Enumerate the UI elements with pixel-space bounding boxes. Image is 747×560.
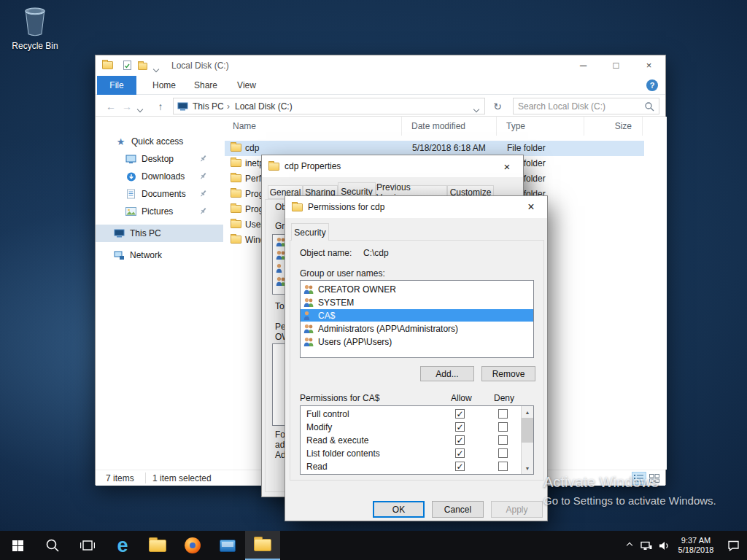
scroll-thumb[interactable] xyxy=(522,418,533,443)
taskbar: e 9:37 AM 5/18/2018 xyxy=(0,531,747,560)
sidebar-item-this-pc[interactable]: This PC xyxy=(96,225,223,242)
user-name: CREATOR OWNER xyxy=(318,284,396,295)
file-date: 5/18/2018 6:18 AM xyxy=(412,143,486,153)
tray-volume-icon[interactable] xyxy=(655,531,673,560)
user-row[interactable]: CREATOR OWNER xyxy=(301,283,533,295)
close-button[interactable]: × xyxy=(632,55,665,76)
qat-properties-icon[interactable] xyxy=(123,61,131,72)
search-icon xyxy=(45,538,60,553)
recycle-bin-label: Recycle Bin xyxy=(7,41,63,51)
allow-checkbox[interactable]: ✓ xyxy=(455,462,465,471)
file-name: cdp xyxy=(245,143,259,153)
start-button[interactable] xyxy=(0,531,35,560)
deny-checkbox[interactable] xyxy=(498,435,508,445)
scrollbar[interactable]: ▲ ▼ xyxy=(521,406,533,474)
task-view-button[interactable] xyxy=(70,531,105,560)
maximize-button[interactable]: □ xyxy=(600,55,632,76)
taskbar-firefox-button[interactable] xyxy=(175,531,210,560)
allow-checkbox[interactable]: ✓ xyxy=(455,435,465,445)
user-row[interactable]: CA$ xyxy=(301,309,533,322)
ribbon-tab-home[interactable]: Home xyxy=(144,76,185,95)
column-header-size[interactable]: Size xyxy=(584,117,643,136)
scroll-down-button[interactable]: ▼ xyxy=(522,462,533,474)
ribbon-tab-file[interactable]: File xyxy=(97,76,136,95)
remove-button[interactable]: Remove xyxy=(481,366,535,381)
column-header-name[interactable]: Name xyxy=(223,117,402,136)
add-button[interactable]: Add... xyxy=(420,366,474,381)
forward-button[interactable]: → xyxy=(119,98,135,114)
permissions-list[interactable]: Full control ✓ Modify ✓ Read & execute ✓… xyxy=(300,405,534,475)
column-header-type[interactable]: Type xyxy=(497,117,584,136)
breadcrumb-this-pc[interactable]: This PC xyxy=(193,101,224,112)
allow-checkbox[interactable]: ✓ xyxy=(455,409,465,419)
scroll-up-button[interactable]: ▲ xyxy=(522,406,533,418)
breadcrumb-current[interactable]: Local Disk (C:) xyxy=(235,101,293,112)
action-center-button[interactable] xyxy=(719,531,747,560)
group-icon xyxy=(303,298,314,307)
sidebar-item-downloads[interactable]: Downloads xyxy=(96,168,223,185)
clock-date: 5/18/2018 xyxy=(678,545,714,555)
ok-button[interactable]: OK xyxy=(373,501,425,518)
qat-dropdown-icon[interactable] xyxy=(154,63,158,74)
taskbar-file-explorer-button[interactable] xyxy=(140,531,175,560)
allow-checkbox[interactable]: ✓ xyxy=(455,448,465,458)
close-icon[interactable]: × xyxy=(516,197,546,217)
deny-checkbox[interactable] xyxy=(498,462,508,471)
folder-icon xyxy=(231,236,241,244)
sidebar-item-documents[interactable]: Documents xyxy=(96,185,223,203)
dialog-title: Permissions for cdp xyxy=(308,202,384,212)
help-icon[interactable]: ? xyxy=(646,79,658,91)
cancel-button[interactable]: Cancel xyxy=(432,501,484,518)
recycle-bin[interactable]: Recycle Bin xyxy=(7,6,63,51)
taskbar-open-window-button[interactable] xyxy=(245,531,280,560)
permission-row: Write ✓ xyxy=(301,473,533,475)
taskbar-search-button[interactable] xyxy=(35,531,70,560)
file-row[interactable]: cdp 5/18/2018 6:18 AM File folder xyxy=(225,141,644,156)
permission-row: Read & execute ✓ xyxy=(301,434,533,447)
minimize-button[interactable]: ─ xyxy=(567,55,600,76)
watermark-line1: Activate Windows xyxy=(543,474,716,491)
tab-security[interactable]: Security xyxy=(291,223,329,241)
user-row[interactable]: Administrators (APP\Administrators) xyxy=(301,322,533,335)
tray-show-hidden-icons-button[interactable] xyxy=(622,531,638,560)
close-icon[interactable]: × xyxy=(492,156,522,176)
search-input[interactable] xyxy=(518,100,640,112)
deny-header: Deny xyxy=(494,393,514,403)
task-view-icon xyxy=(80,540,95,551)
address-dropdown-icon[interactable] xyxy=(474,104,479,114)
user-row[interactable]: SYSTEM xyxy=(301,296,533,308)
taskbar-edge-button[interactable]: e xyxy=(105,531,140,560)
taskbar-app-button[interactable] xyxy=(210,531,245,560)
ribbon-tab-view[interactable]: View xyxy=(228,76,265,95)
address-bar[interactable]: This PC › Local Disk (C:) xyxy=(173,98,485,114)
back-button[interactable]: ← xyxy=(103,98,119,114)
allow-checkbox[interactable]: ✓ xyxy=(455,422,465,432)
pin-icon xyxy=(199,172,207,182)
ribbon-tab-share[interactable]: Share xyxy=(186,76,225,95)
apply-button[interactable]: Apply xyxy=(491,501,543,518)
tray-network-icon[interactable] xyxy=(638,531,655,560)
sidebar-item-desktop[interactable]: Desktop xyxy=(96,150,223,168)
sidebar-item-label: Desktop xyxy=(142,154,174,164)
column-header-date-modified[interactable]: Date modified xyxy=(402,117,497,136)
sidebar-item-network[interactable]: Network xyxy=(96,246,223,264)
deny-checkbox[interactable] xyxy=(498,448,508,458)
qat-new-folder-icon[interactable] xyxy=(138,62,147,72)
activate-watermark: Activate Windows Go to Settings to activ… xyxy=(543,474,716,507)
group-icon xyxy=(303,337,314,346)
deny-checkbox[interactable] xyxy=(498,409,508,419)
sidebar-item-pictures[interactable]: Pictures xyxy=(96,203,223,220)
deny-checkbox[interactable] xyxy=(498,422,508,432)
taskbar-clock[interactable]: 9:37 AM 5/18/2018 xyxy=(673,531,719,560)
sidebar-item-quick-access[interactable]: ★ Quick access xyxy=(96,133,223,150)
search-icon[interactable] xyxy=(644,101,654,114)
refresh-icon[interactable]: ↻ xyxy=(489,98,506,114)
user-row[interactable]: Users (APP\Users) xyxy=(301,335,533,348)
object-name-label: Object name: xyxy=(300,248,352,258)
group-names-list[interactable]: CREATOR OWNER SYSTEM CA$ Administrators … xyxy=(300,280,534,358)
recent-locations-dropdown-icon[interactable] xyxy=(138,104,142,114)
this-pc-icon xyxy=(113,229,125,238)
up-button[interactable]: ↑ xyxy=(152,98,169,114)
folder-icon xyxy=(292,203,303,211)
window-title: Local Disk (C:) xyxy=(171,61,229,71)
